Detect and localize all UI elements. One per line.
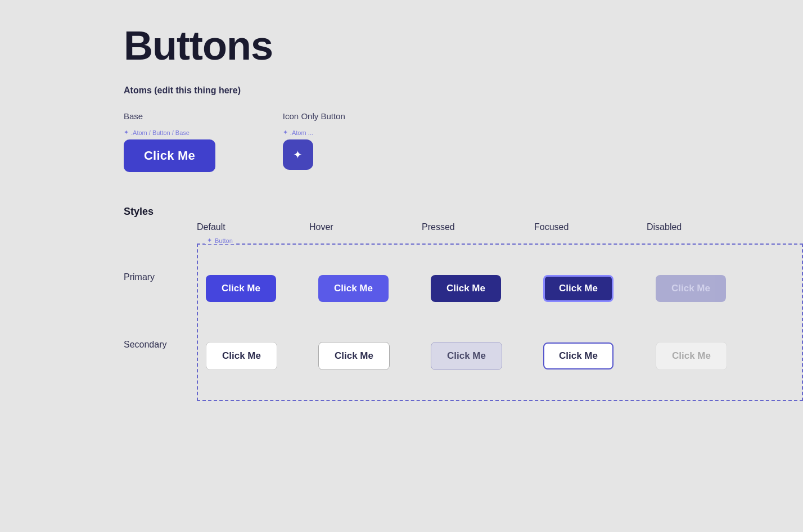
secondary-default-cell: Click Me [206,342,318,370]
base-atom-label: Base [124,111,143,121]
col-header-disabled: Disabled [647,222,759,232]
icon-only-component-tag: ✦ .Atom ... [283,129,313,136]
states-grid: Click Me Click Me Click Me Click Me Clic [197,244,803,401]
col-header-hover: Hover [309,222,422,232]
secondary-disabled-button: Click Me [656,342,727,370]
atoms-section: Atoms (edit this thing here) Base ✦ .Ato… [124,85,803,172]
primary-pressed-cell: Click Me [431,275,543,302]
page-title: Buttons [124,22,803,69]
icon-only-atom-button[interactable]: ✦ [283,139,313,170]
base-tag-text: .Atom / Button / Base [131,129,190,136]
primary-focused-cell: Click Me [543,275,656,302]
col-header-pressed: Pressed [422,222,534,232]
style-secondary-label: Secondary [124,311,197,378]
base-component-tag: ✦ .Atom / Button / Base [124,129,190,136]
primary-hover-button[interactable]: Click Me [318,275,389,302]
base-tag-icon: ✦ [124,129,129,136]
icon-only-tag-icon: ✦ [283,129,288,136]
icon-only-atom-label: Icon Only Button [283,111,345,121]
page-container: Buttons Atoms (edit this thing here) Bas… [0,0,803,423]
style-name-col: Primary Secondary [124,244,197,378]
primary-default-cell: Click Me [206,275,318,302]
button-tag-text: Button [215,237,233,244]
atoms-section-label: Atoms (edit this thing here) [124,85,803,96]
primary-hover-cell: Click Me [318,275,431,302]
states-section: Styles Default Hover Pressed Focused Dis… [124,206,803,401]
base-atom-button[interactable]: Click Me [124,139,215,172]
base-atom-item: Base ✦ .Atom / Button / Base Click Me [124,111,215,172]
col-header-default: Default [197,222,309,232]
secondary-default-button[interactable]: Click Me [206,342,277,370]
secondary-focused-cell: Click Me [543,342,656,369]
secondary-pressed-button[interactable]: Click Me [431,342,502,370]
primary-focused-button[interactable]: Click Me [543,275,613,302]
dashed-border-container: ✦ Button Click Me Click Me C [197,244,803,401]
style-primary-label: Primary [124,244,197,311]
secondary-hover-cell: Click Me [318,342,431,370]
col-header-focused: Focused [534,222,647,232]
styles-main-label: Styles [124,206,154,217]
secondary-disabled-cell: Click Me [656,342,768,370]
styles-outer: Primary Secondary ✦ Button Click Me [124,244,803,401]
sparkle-icon: ✦ [293,148,303,161]
atoms-grid: Base ✦ .Atom / Button / Base Click Me Ic… [124,111,803,172]
primary-disabled-button: Click Me [656,275,726,302]
primary-default-button[interactable]: Click Me [206,275,276,302]
icon-only-tag-text: .Atom ... [290,129,313,136]
secondary-pressed-cell: Click Me [431,342,543,370]
secondary-hover-button[interactable]: Click Me [318,342,390,370]
primary-disabled-cell: Click Me [656,275,768,302]
primary-state-row: Click Me Click Me Click Me Click Me Clic [206,255,794,322]
secondary-focused-button[interactable]: Click Me [543,342,613,369]
secondary-state-row: Click Me Click Me Click Me Click Me Clic [206,322,794,390]
icon-only-atom-item: Icon Only Button ✦ .Atom ... ✦ [283,111,345,170]
primary-pressed-button[interactable]: Click Me [431,275,501,302]
